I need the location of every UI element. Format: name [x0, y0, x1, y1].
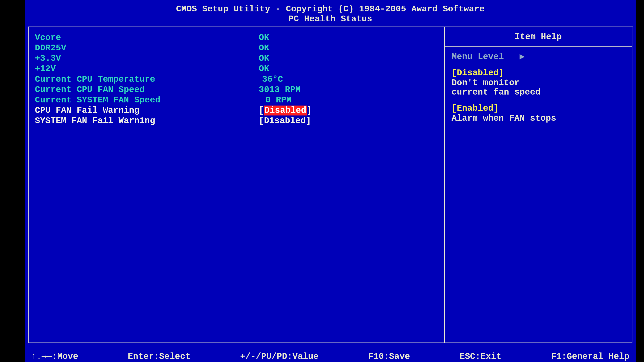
value-sys-fan: 0 RPM [250, 96, 438, 105]
help-desc-disabled-2: current fan speed [452, 87, 540, 97]
hint-select: Enter:Select [128, 352, 190, 361]
row-33v: +3.3V OK [35, 54, 438, 63]
title-line1: CMOS Setup Utility - Copyright (C) 1984-… [25, 4, 636, 14]
help-desc-enabled: Alarm when FAN stops [452, 114, 625, 123]
menu-level-label: Menu Level [452, 52, 504, 62]
bios-screen: CMOS Setup Utility - Copyright (C) 1984-… [25, 0, 636, 362]
help-desc-disabled: Don't monitor current fan speed [452, 78, 625, 97]
value-33v: OK [259, 54, 438, 63]
title-line2: PC Health Status [25, 14, 636, 24]
help-option-enabled: [Enabled] [452, 104, 625, 113]
label-cpu-fan: Current CPU FAN Speed [35, 85, 259, 94]
row-cpu-temp: Current CPU Temperature 36°C [35, 75, 438, 84]
hint-value: +/-/PU/PD:Value [240, 352, 318, 361]
label-33v: +3.3V [35, 54, 259, 63]
label-12v: +12V [35, 64, 259, 73]
row-sys-fan-warning[interactable]: SYSTEM FAN Fail Warning [Disabled] [35, 116, 438, 125]
footer-bar: ↑↓→←:Move Enter:Select +/-/PU/PD:Value F… [25, 350, 636, 362]
settings-pane: Vcore OK DDR25V OK +3.3V OK +12V OK Curr… [29, 27, 444, 343]
row-cpu-fan: Current CPU FAN Speed 3013 RPM [35, 85, 438, 94]
value-sys-warn: [Disabled] [259, 116, 438, 125]
label-ddr25v: DDR25V [35, 43, 259, 53]
row-vcore: Vcore OK [35, 33, 438, 42]
hint-exit: ESC:Exit [460, 352, 502, 361]
help-desc-disabled-1: Don't monitor [452, 78, 520, 88]
label-cpu-temp: Current CPU Temperature [35, 75, 254, 84]
label-sys-warn: SYSTEM FAN Fail Warning [35, 116, 259, 125]
arrow-right-icon: ▶ [520, 52, 525, 62]
row-ddr25v: DDR25V OK [35, 43, 438, 53]
help-title: Item Help [444, 27, 632, 47]
label-cpu-warn: CPU FAN Fail Warning [35, 106, 259, 115]
main-box: Vcore OK DDR25V OK +3.3V OK +12V OK Curr… [28, 26, 633, 343]
value-12v: OK [259, 64, 438, 73]
help-option-disabled: [Disabled] [452, 68, 625, 77]
help-pane: Item Help Menu Level ▶ [Disabled] Don't … [444, 27, 632, 343]
value-cpu-warn: [Disabled] [259, 106, 438, 115]
label-vcore: Vcore [35, 33, 259, 42]
value-ddr25v: OK [259, 43, 438, 53]
value-sys-warn-text: Disabled [264, 116, 306, 126]
help-body: Menu Level ▶ [Disabled] Don't monitor cu… [444, 47, 632, 135]
value-cpu-temp: 36°C [254, 75, 438, 84]
label-sys-fan: Current SYSTEM FAN Speed [35, 96, 250, 105]
row-sys-fan: Current SYSTEM FAN Speed 0 RPM [35, 96, 438, 105]
value-cpu-fan: 3013 RPM [259, 85, 438, 94]
menu-level: Menu Level ▶ [452, 52, 625, 61]
hint-save: F10:Save [368, 352, 410, 361]
hint-genhelp: F1:General Help [551, 352, 630, 361]
title-bar: CMOS Setup Utility - Copyright (C) 1984-… [25, 0, 636, 26]
row-cpu-fan-warning[interactable]: CPU FAN Fail Warning [Disabled] [35, 106, 438, 115]
row-12v: +12V OK [35, 64, 438, 73]
hint-move: ↑↓→←:Move [31, 352, 78, 361]
selected-value-cpu-warn: Disabled [264, 105, 307, 115]
value-vcore: OK [259, 33, 438, 42]
